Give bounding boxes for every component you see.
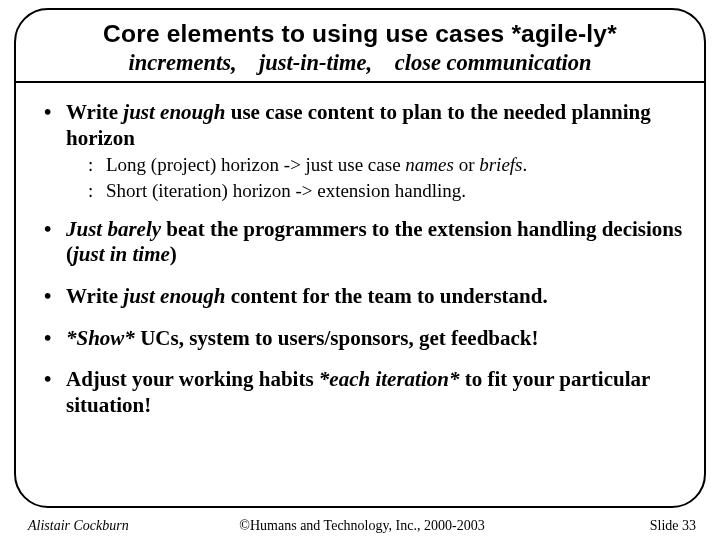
text-italic: *each iteration* [319, 367, 460, 391]
bullet-5: Adjust your working habits *each iterati… [42, 367, 688, 418]
footer-copyright: ©Humans and Technology, Inc., 2000-2003 [28, 518, 696, 534]
text-italic: names [405, 154, 454, 175]
title-underline [14, 81, 706, 83]
text: Write [66, 100, 123, 124]
text-italic: just enough [123, 284, 225, 308]
text: Adjust your working habits [66, 367, 319, 391]
text-italic: *Show* [66, 326, 135, 350]
slide-title: Core elements to using use cases *agile-… [0, 20, 720, 48]
text: Long (project) horizon -> just use case [106, 154, 405, 175]
text: Write [66, 284, 123, 308]
text: ) [170, 242, 177, 266]
text: UCs, system to users/sponsors, get feedb… [135, 326, 539, 350]
slide-body: Write just enough use case content to pl… [42, 100, 688, 436]
text-italic: Just barely [66, 217, 161, 241]
text: content for the team to understand. [225, 284, 547, 308]
sub-bullet-1a: Long (project) horizon -> just use case … [66, 153, 688, 177]
text-italic: briefs [479, 154, 522, 175]
sub-bullet-1b: Short (iteration) horizon -> extension h… [66, 179, 688, 203]
bullet-2: Just barely beat the programmers to the … [42, 217, 688, 268]
footer-slide-number: Slide 33 [650, 518, 696, 534]
slide-subtitle: increments, just-in-time, close communic… [0, 50, 720, 76]
slide: Core elements to using use cases *agile-… [0, 0, 720, 540]
bullet-4: *Show* UCs, system to users/sponsors, ge… [42, 326, 688, 352]
bullet-3: Write just enough content for the team t… [42, 284, 688, 310]
text-italic: just enough [123, 100, 225, 124]
text: or [454, 154, 479, 175]
text: . [523, 154, 528, 175]
text-italic: just in time [73, 242, 170, 266]
bullet-1: Write just enough use case content to pl… [42, 100, 688, 203]
text: Short (iteration) horizon -> extension h… [106, 180, 466, 201]
